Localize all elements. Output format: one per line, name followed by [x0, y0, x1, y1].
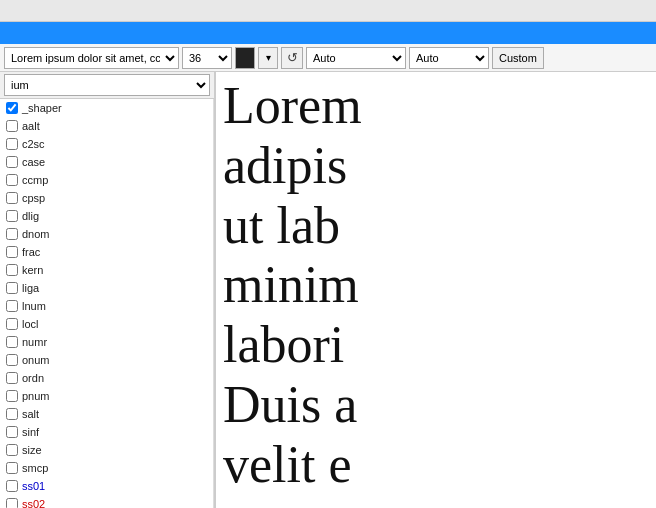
left-panel-header: ium: [0, 72, 214, 99]
feature-item-liga[interactable]: liga: [0, 279, 213, 297]
feature-item-onum[interactable]: onum: [0, 351, 213, 369]
font-name-select[interactable]: Lorem ipsum dolor sit amet, cc: [4, 47, 179, 69]
feature-label-case: case: [22, 156, 45, 168]
feature-label-locl: locl: [22, 318, 39, 330]
feature-item-locl[interactable]: locl: [0, 315, 213, 333]
feature-checkbox-cpsp[interactable]: [6, 192, 18, 204]
feature-label-cpsp: cpsp: [22, 192, 45, 204]
left-panel: ium _shaperaaltc2sccaseccmpcpspdligdnomf…: [0, 72, 215, 508]
feature-label-salt: salt: [22, 408, 39, 420]
header-bar: [0, 0, 656, 22]
feature-item-dlig[interactable]: dlig: [0, 207, 213, 225]
feature-item-lnum[interactable]: lnum: [0, 297, 213, 315]
feature-label-aalt: aalt: [22, 120, 40, 132]
feature-checkbox-locl[interactable]: [6, 318, 18, 330]
feature-checkbox-dlig[interactable]: [6, 210, 18, 222]
feature-item-c2sc[interactable]: c2sc: [0, 135, 213, 153]
preview-line: Lorem: [223, 76, 648, 136]
refresh-button[interactable]: ↺: [281, 47, 303, 69]
feature-checkbox-ccmp[interactable]: [6, 174, 18, 186]
preview-line: ut lab: [223, 196, 648, 256]
custom-button[interactable]: Custom: [492, 47, 544, 69]
main-content: ium _shaperaaltc2sccaseccmpcpspdligdnomf…: [0, 72, 656, 508]
preview-line: adipis: [223, 136, 648, 196]
panel-dropdown[interactable]: ium: [4, 74, 210, 96]
feature-label-dnom: dnom: [22, 228, 50, 240]
feature-checkbox-smcp[interactable]: [6, 462, 18, 474]
feature-item-numr[interactable]: numr: [0, 333, 213, 351]
preview-line: labori: [223, 315, 648, 375]
feature-checkbox-frac[interactable]: [6, 246, 18, 258]
feature-item-case[interactable]: case: [0, 153, 213, 171]
feature-label-c2sc: c2sc: [22, 138, 45, 150]
extra-option-button[interactable]: ▾: [258, 47, 278, 69]
feature-label-onum: onum: [22, 354, 50, 366]
feature-label-numr: numr: [22, 336, 47, 348]
feature-item-size[interactable]: size: [0, 441, 213, 459]
feature-checkbox-kern[interactable]: [6, 264, 18, 276]
feature-item-ordn[interactable]: ordn: [0, 369, 213, 387]
feature-checkbox-liga[interactable]: [6, 282, 18, 294]
feature-checkbox-dnom[interactable]: [6, 228, 18, 240]
feature-item-ccmp[interactable]: ccmp: [0, 171, 213, 189]
font-size-select[interactable]: 36: [182, 47, 232, 69]
feature-label-dlig: dlig: [22, 210, 39, 222]
preview-text: Loremadipisut labminimlaboriDuis avelit …: [223, 76, 648, 495]
right-preview: Loremadipisut labminimlaboriDuis avelit …: [215, 72, 656, 508]
feature-checkbox-size[interactable]: [6, 444, 18, 456]
auto-select-2[interactable]: Auto: [409, 47, 489, 69]
feature-label-ss01: ss01: [22, 480, 45, 492]
feature-list: _shaperaaltc2sccaseccmpcpspdligdnomfrack…: [0, 99, 214, 508]
feature-checkbox-ordn[interactable]: [6, 372, 18, 384]
toolbar: Lorem ipsum dolor sit amet, cc 36 ▾ ↺ Au…: [0, 44, 656, 72]
feature-item-salt[interactable]: salt: [0, 405, 213, 423]
feature-checkbox-onum[interactable]: [6, 354, 18, 366]
auto-select-1[interactable]: Auto: [306, 47, 406, 69]
feature-item-_shaper[interactable]: _shaper: [0, 99, 213, 117]
feature-label-ccmp: ccmp: [22, 174, 48, 186]
feature-label-ss02: ss02: [22, 498, 45, 508]
feature-checkbox-lnum[interactable]: [6, 300, 18, 312]
feature-label-lnum: lnum: [22, 300, 46, 312]
feature-label-ordn: ordn: [22, 372, 44, 384]
feature-checkbox-salt[interactable]: [6, 408, 18, 420]
feature-item-pnum[interactable]: pnum: [0, 387, 213, 405]
feature-label-_shaper: _shaper: [22, 102, 62, 114]
preview-line: Duis a: [223, 375, 648, 435]
feature-item-sinf[interactable]: sinf: [0, 423, 213, 441]
feature-checkbox-ss02[interactable]: [6, 498, 18, 508]
feature-item-frac[interactable]: frac: [0, 243, 213, 261]
color-button[interactable]: [235, 47, 255, 69]
feature-label-pnum: pnum: [22, 390, 50, 402]
preview-line: minim: [223, 255, 648, 315]
feature-checkbox-ss01[interactable]: [6, 480, 18, 492]
feature-checkbox-case[interactable]: [6, 156, 18, 168]
title-bar: [0, 22, 656, 44]
feature-label-liga: liga: [22, 282, 39, 294]
preview-line: velit e: [223, 435, 648, 495]
feature-checkbox-pnum[interactable]: [6, 390, 18, 402]
feature-label-frac: frac: [22, 246, 40, 258]
feature-item-aalt[interactable]: aalt: [0, 117, 213, 135]
feature-item-ss01[interactable]: ss01: [0, 477, 213, 495]
feature-item-cpsp[interactable]: cpsp: [0, 189, 213, 207]
feature-checkbox-sinf[interactable]: [6, 426, 18, 438]
feature-label-kern: kern: [22, 264, 43, 276]
feature-label-smcp: smcp: [22, 462, 48, 474]
feature-checkbox-numr[interactable]: [6, 336, 18, 348]
feature-label-size: size: [22, 444, 42, 456]
feature-checkbox-_shaper[interactable]: [6, 102, 18, 114]
feature-checkbox-c2sc[interactable]: [6, 138, 18, 150]
feature-item-smcp[interactable]: smcp: [0, 459, 213, 477]
feature-checkbox-aalt[interactable]: [6, 120, 18, 132]
feature-item-dnom[interactable]: dnom: [0, 225, 213, 243]
feature-label-sinf: sinf: [22, 426, 39, 438]
feature-item-kern[interactable]: kern: [0, 261, 213, 279]
feature-item-ss02[interactable]: ss02: [0, 495, 213, 508]
